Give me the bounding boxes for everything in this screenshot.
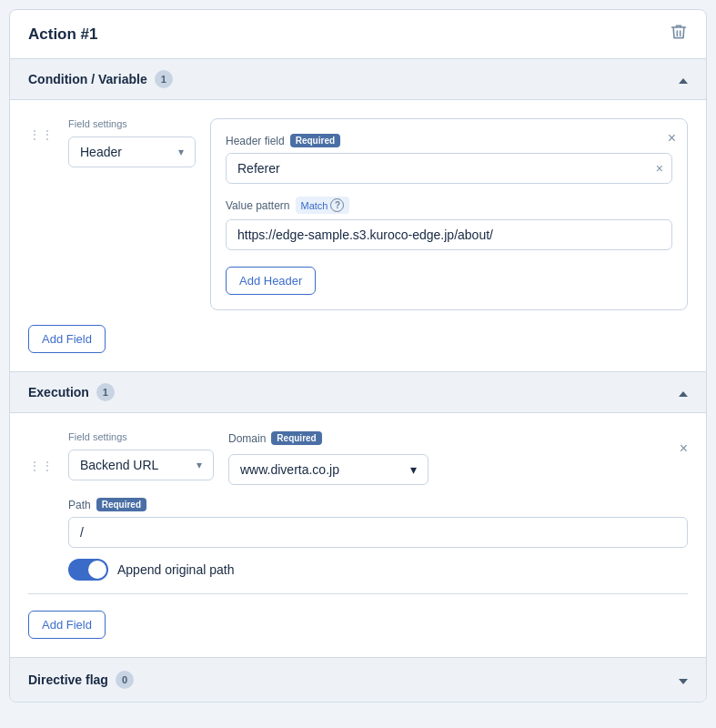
header-field-clear-icon[interactable]: ×: [656, 161, 663, 176]
path-required-badge: Required: [96, 498, 146, 511]
directive-chevron-icon: [679, 672, 688, 688]
exec-top-row: Field settings Backend URL ▾ Domain Requ…: [68, 431, 688, 485]
exec-card-close-icon[interactable]: ×: [680, 431, 688, 485]
directive-left: Directive flag 0: [28, 671, 134, 689]
panel-header: Action #1: [10, 10, 706, 59]
condition-section-header[interactable]: Condition / Variable 1: [10, 59, 706, 100]
header-card: × Header field Required × Value patte: [210, 118, 688, 310]
execution-add-field-button[interactable]: Add Field: [28, 611, 106, 639]
directive-badge: 0: [116, 671, 134, 689]
domain-select[interactable]: www.diverta.co.jp ▾: [228, 454, 429, 485]
domain-label: Domain Required: [228, 431, 665, 445]
header-field-group: Header field Required ×: [226, 134, 672, 184]
path-group: Path Required: [68, 498, 688, 548]
header-field-input-wrapper: ×: [226, 153, 672, 184]
execution-chevron-icon: [679, 384, 688, 400]
header-field-input[interactable]: [226, 153, 672, 184]
match-badge: Match ?: [296, 197, 350, 214]
append-path-toggle-row: Append original path: [68, 559, 688, 581]
delete-icon[interactable]: [670, 23, 688, 46]
path-label: Path Required: [68, 498, 688, 511]
value-pattern-input[interactable]: [226, 219, 672, 250]
condition-field-type-select[interactable]: Header ▾: [68, 136, 196, 167]
directive-title: Directive flag: [28, 672, 108, 687]
domain-select-chevron: ▾: [410, 462, 417, 477]
condition-field-select-chevron: ▾: [178, 146, 184, 158]
path-input[interactable]: [68, 517, 688, 548]
header-field-required-badge: Required: [290, 134, 340, 147]
append-path-toggle[interactable]: [68, 559, 108, 581]
execution-badge: 1: [96, 383, 115, 401]
condition-section-body: ⋮⋮ Field settings Header ▾ × Header fiel…: [10, 100, 706, 372]
exec-field-select-chevron: ▾: [197, 459, 202, 471]
condition-chevron-icon: [679, 71, 688, 87]
exec-field-settings-label: Field settings: [68, 431, 214, 442]
condition-title: Condition / Variable 1: [28, 70, 173, 88]
execution-field-row: ⋮⋮ Field settings Backend URL ▾: [28, 431, 688, 581]
execution-title: Execution 1: [28, 383, 115, 401]
exec-inner: Field settings Backend URL ▾ Domain Requ…: [68, 431, 688, 581]
execution-section-body: ⋮⋮ Field settings Backend URL ▾: [10, 413, 706, 658]
condition-field-row: ⋮⋮ Field settings Header ▾ × Header fiel…: [28, 118, 688, 310]
panel-title: Action #1: [28, 25, 98, 44]
domain-required-badge: Required: [271, 431, 321, 445]
header-card-close-icon[interactable]: ×: [668, 130, 676, 147]
condition-badge: 1: [155, 70, 173, 88]
directive-section-header[interactable]: Directive flag 0: [10, 658, 706, 702]
condition-add-field-button[interactable]: Add Field: [28, 325, 106, 353]
header-field-label: Header field Required: [226, 134, 672, 147]
execution-section-header[interactable]: Execution 1: [10, 372, 706, 413]
exec-field-settings: Field settings Backend URL ▾: [68, 431, 214, 485]
drag-handle[interactable]: ⋮⋮: [28, 118, 54, 142]
append-path-label: Append original path: [117, 562, 234, 577]
value-pattern-group: Value pattern Match ?: [226, 197, 672, 250]
exec-drag-handle[interactable]: ⋮⋮: [28, 431, 54, 473]
exec-field-type-select[interactable]: Backend URL ▾: [68, 450, 214, 480]
domain-group: Domain Required www.diverta.co.jp ▾: [228, 431, 665, 485]
action-panel: Action #1 Condition / Variable 1 ⋮⋮ Fiel: [9, 9, 707, 703]
value-pattern-label: Value pattern Match ?: [226, 197, 672, 214]
condition-field-settings: Field settings Header ▾: [68, 118, 196, 167]
condition-field-settings-label: Field settings: [68, 118, 196, 129]
match-help-icon[interactable]: ?: [330, 198, 344, 212]
add-header-button[interactable]: Add Header: [226, 267, 316, 295]
